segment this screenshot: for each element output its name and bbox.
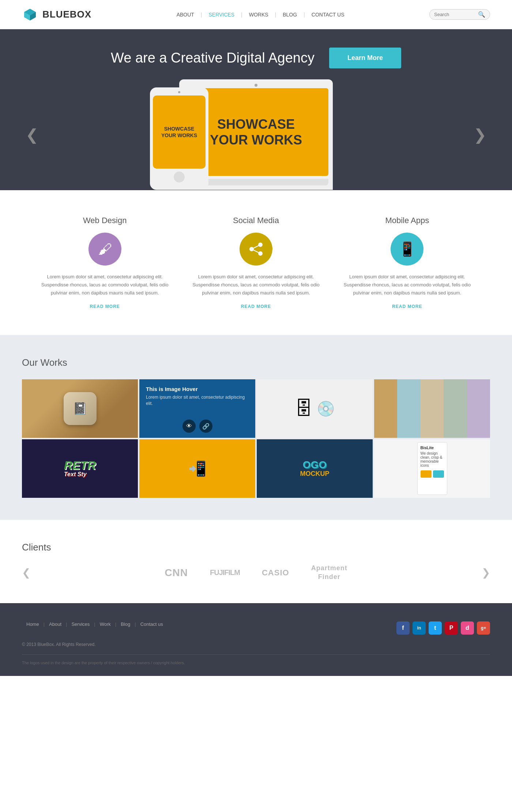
footer-link-contact[interactable]: Contact us	[136, 621, 167, 627]
service-desc-social: Lorem ipsum dolor sit amet, consectetur …	[188, 273, 324, 297]
nav-about[interactable]: ABOUT	[170, 12, 201, 18]
slider-prev-button[interactable]: ❮	[26, 126, 38, 144]
footer-link-services[interactable]: Services	[67, 621, 94, 627]
services-section: Web Design 🖌 Lorem ipsum dolor sit amet,…	[0, 190, 512, 335]
client-cnn: CNN	[165, 567, 188, 579]
clients-row: ❮ CNN FUJIFILM CASIO ApartmentFinder ❯	[22, 564, 490, 581]
logo-mockup: OGO MOCKUP	[300, 460, 330, 478]
works-section-title: Our Works	[22, 357, 490, 368]
laptop-screen-text: SHOWCASEYOUR WORKS	[210, 116, 302, 148]
social-facebook-button[interactable]: f	[396, 621, 410, 635]
header: BLUEBOX ABOUT | SERVICES | WORKS | BLOG …	[0, 0, 512, 29]
service-icon-mobile: 📱	[391, 233, 423, 266]
footer-top: Home | About | Services | Work | Blog | …	[22, 621, 490, 635]
slider-next-button[interactable]: ❯	[474, 126, 486, 144]
work-item-8[interactable]: BisLite We designclean, crisp &memorable…	[374, 439, 490, 498]
service-mobile-apps: Mobile Apps 📱 Lorem ipsum dolor sit amet…	[339, 216, 475, 309]
works-grid: 📓 This is Image Hover Lorem ipsum dolor …	[22, 379, 490, 498]
phone-home-button	[174, 172, 185, 183]
footer-nav: Home | About | Services | Work | Blog | …	[22, 621, 167, 627]
retro-sub: Text Sty	[64, 471, 96, 478]
service-icon-webdesign: 🖌	[89, 233, 121, 266]
nav-blog[interactable]: BLOG	[276, 12, 304, 18]
client-apartment-finder: ApartmentFinder	[311, 564, 347, 581]
works-section: Our Works 📓 This is Image Hover Lorem ip…	[0, 335, 512, 520]
service-title-webdesign: Web Design	[37, 216, 173, 225]
logo-area: BLUEBOX	[22, 7, 91, 23]
phone-mockup: SHOWCASEYOUR WORKS	[150, 87, 208, 190]
retro-text: RETR	[64, 459, 96, 471]
work-item-6[interactable]: 📲	[139, 439, 255, 498]
service-web-design: Web Design 🖌 Lorem ipsum dolor sit amet,…	[37, 216, 173, 309]
clients-logos: CNN FUJIFILM CASIO ApartmentFinder	[30, 564, 482, 581]
work-hover-icons: 👁 🔗	[182, 420, 212, 433]
search-box: 🔍	[429, 9, 490, 20]
services-grid: Web Design 🖌 Lorem ipsum dolor sit amet,…	[37, 216, 475, 309]
nav-right: 🔍	[429, 9, 490, 20]
work-eye-icon[interactable]: 👁	[182, 420, 196, 433]
work-item-5[interactable]: RETR Text Sty	[22, 439, 138, 498]
search-input[interactable]	[434, 12, 478, 17]
logo-text: BLUEBOX	[42, 9, 91, 20]
nav-works[interactable]: WORKS	[242, 12, 275, 18]
learn-more-button[interactable]: Learn More	[329, 48, 401, 68]
social-twitter-button[interactable]: t	[429, 621, 442, 635]
footer-social: f in t P d g+	[396, 621, 490, 635]
clients-section: Clients ❮ CNN FUJIFILM CASIO ApartmentFi…	[0, 520, 512, 603]
tablet-mockup: 📲	[188, 460, 207, 477]
website-mockup: BisLite We designclean, crisp &memorable…	[417, 442, 447, 495]
nav-services[interactable]: SERVICES	[202, 12, 241, 18]
footer-link-blog[interactable]: Blog	[116, 621, 135, 627]
work-hover-overlay: This is Image Hover Lorem ipsum dolor si…	[139, 379, 255, 438]
main-nav: ABOUT | SERVICES | WORKS | BLOG | CONTAC…	[170, 12, 351, 18]
clients-prev-button[interactable]: ❮	[22, 567, 30, 579]
work-item-1[interactable]: 📓	[22, 379, 138, 438]
phone-screen-text: SHOWCASEYOUR WORKS	[161, 125, 197, 139]
hero-title: We are a Creative Digital Agency	[111, 50, 315, 66]
clients-section-title: Clients	[22, 542, 490, 553]
laptop-camera	[255, 84, 257, 87]
service-title-social: Social Media	[188, 216, 324, 225]
hero-section: We are a Creative Digital Agency Learn M…	[0, 29, 512, 190]
svg-line-8	[252, 245, 260, 249]
phone-screen: SHOWCASEYOUR WORKS	[153, 95, 206, 169]
share-icon	[248, 241, 264, 257]
service-title-mobile: Mobile Apps	[339, 216, 475, 225]
service-social-media: Social Media Lorem ipsum dolor sit amet,…	[188, 216, 324, 309]
footer-copyright: © 2013 BlueBox. All Rights Reserved.	[22, 642, 490, 647]
service-desc-mobile: Lorem ipsum dolor sit amet, consectetur …	[339, 273, 475, 297]
devices-container: SHOWCASEYOUR WORKS SHOWCASEYOUR WORKS	[179, 79, 333, 190]
work-item-7[interactable]: OGO MOCKUP	[257, 439, 373, 498]
social-pinterest-button[interactable]: P	[445, 621, 458, 635]
read-more-webdesign[interactable]: READ MORE	[90, 304, 120, 309]
work-hover-title: This is Image Hover	[146, 386, 198, 392]
footer-disclaimer: The logos used in the design are the pro…	[22, 661, 490, 665]
work-link-icon[interactable]: 🔗	[199, 420, 212, 433]
work-hover-desc: Lorem ipsum dolor sit amet, consectetur …	[146, 394, 249, 407]
social-linkedin-button[interactable]: in	[413, 621, 426, 635]
service-icon-social	[240, 233, 272, 266]
client-fujifilm: FUJIFILM	[210, 568, 240, 577]
read-more-social[interactable]: READ MORE	[241, 304, 271, 309]
footer-link-work[interactable]: Work	[95, 621, 115, 627]
social-dribbble-button[interactable]: d	[461, 621, 474, 635]
database-icons: 🗄 💿	[295, 398, 335, 419]
svg-line-9	[252, 249, 260, 253]
work-item-2[interactable]: This is Image Hover Lorem ipsum dolor si…	[139, 379, 255, 438]
clients-next-button[interactable]: ❯	[482, 567, 490, 579]
nav-contact[interactable]: CONTACT US	[305, 12, 351, 18]
footer-link-home[interactable]: Home	[22, 621, 44, 627]
social-googleplus-button[interactable]: g+	[477, 621, 490, 635]
search-button[interactable]: 🔍	[478, 11, 485, 18]
service-desc-webdesign: Lorem ipsum dolor sit amet, consectetur …	[37, 273, 173, 297]
work-item-4[interactable]	[374, 379, 490, 438]
footer: Home | About | Services | Work | Blog | …	[0, 603, 512, 676]
read-more-mobile[interactable]: READ MORE	[392, 304, 422, 309]
slider-area: ❮ SHOWCASEYOUR WORKS SHOWCASEYOUR WORKS …	[22, 79, 490, 190]
work-item-3[interactable]: 🗄 💿	[257, 379, 373, 438]
client-casio: CASIO	[262, 568, 289, 578]
footer-divider	[22, 654, 490, 655]
logo-icon	[22, 7, 38, 23]
footer-link-about[interactable]: About	[45, 621, 66, 627]
hero-top: We are a Creative Digital Agency Learn M…	[22, 48, 490, 68]
